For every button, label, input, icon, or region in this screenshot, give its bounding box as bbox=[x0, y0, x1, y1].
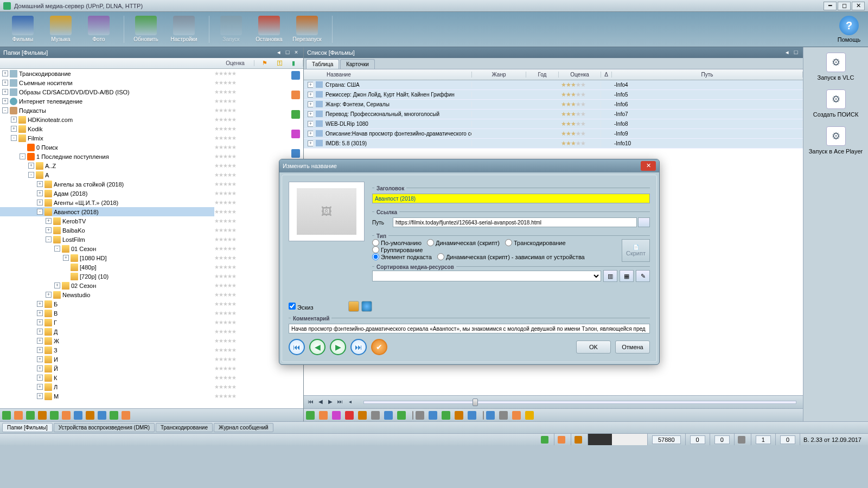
tab-cards[interactable]: Карточки bbox=[340, 59, 375, 69]
tree-item[interactable]: +Ангелы за стойкой (2018) bbox=[0, 179, 214, 189]
minimize-button[interactable]: ━ bbox=[824, 2, 837, 10]
tree-item[interactable]: +Транскодирование bbox=[0, 69, 214, 78]
tree-item[interactable]: +Newstudio bbox=[0, 290, 214, 299]
expand-icon[interactable]: + bbox=[63, 255, 69, 261]
help-button[interactable]: ? Помощь bbox=[835, 16, 863, 43]
tree-item[interactable]: +К bbox=[0, 373, 214, 382]
action-icon[interactable] bbox=[371, 411, 380, 420]
action-icon[interactable] bbox=[319, 411, 328, 420]
action-icon[interactable] bbox=[486, 411, 495, 420]
tab-table[interactable]: Таблица bbox=[306, 59, 339, 69]
nav-first-button[interactable]: ⏮ bbox=[289, 339, 305, 355]
tree-item[interactable]: +A..Z bbox=[0, 161, 214, 170]
action-icon[interactable] bbox=[442, 411, 450, 420]
expand-icon[interactable]: + bbox=[2, 98, 8, 104]
tree-item[interactable]: -А bbox=[0, 170, 214, 179]
tree-item[interactable]: [480p] bbox=[0, 262, 214, 272]
tree-item[interactable]: +Адам (2018) bbox=[0, 189, 214, 198]
tree-item[interactable]: -1 Последние поступления bbox=[0, 152, 214, 161]
action-icon[interactable] bbox=[332, 411, 341, 420]
toolbar-Обновить[interactable]: Обновить bbox=[129, 16, 163, 43]
action-icon[interactable] bbox=[358, 411, 367, 420]
nav-prev-button[interactable]: ◀ bbox=[309, 339, 326, 355]
tree-item[interactable]: +Й bbox=[0, 364, 214, 373]
toolbar-Музыка[interactable]: Музыка bbox=[43, 16, 78, 43]
toolbar-Настройки[interactable]: Настройки bbox=[167, 16, 201, 43]
path-input[interactable] bbox=[393, 217, 637, 227]
tree-item[interactable]: -Аванпост (2018) bbox=[0, 207, 214, 216]
expand-icon[interactable]: + bbox=[46, 218, 52, 224]
type-dynscript-radio[interactable]: Динамическая (скрипт) bbox=[427, 239, 500, 246]
nav-first-icon[interactable]: ⏮ bbox=[307, 399, 315, 406]
scroll-track[interactable] bbox=[363, 401, 796, 404]
tree-item[interactable]: -Filmix bbox=[0, 133, 214, 143]
tree-item[interactable]: +Л bbox=[0, 382, 214, 391]
script-button[interactable]: 📄Скрипт bbox=[622, 239, 650, 262]
tree-item[interactable]: -01 Сезон bbox=[0, 244, 214, 253]
grid-row[interactable]: +Режиссер: Джон Лойд, Курт Найт, Кайнен … bbox=[304, 90, 803, 100]
tree-item[interactable]: +И bbox=[0, 355, 214, 364]
type-podcast-radio[interactable]: Элемент подкаста bbox=[372, 253, 432, 260]
thumbnail-checkbox[interactable]: Эскиз bbox=[289, 303, 313, 311]
expand-icon[interactable]: + bbox=[37, 347, 43, 353]
ok-button[interactable]: OK bbox=[576, 341, 611, 354]
tool-icon[interactable] bbox=[86, 411, 94, 420]
expand-icon[interactable]: + bbox=[37, 329, 43, 335]
bottom-tab[interactable]: Устройства воспроизведения (DMR) bbox=[54, 423, 155, 432]
key-icon[interactable]: ⚿ bbox=[277, 60, 283, 67]
folder-tree[interactable]: +Транскодирование+Съемные носители+Образ… bbox=[0, 69, 303, 408]
scroll-thumb[interactable] bbox=[473, 399, 478, 406]
expand-icon[interactable]: + bbox=[37, 319, 43, 325]
tree-item[interactable]: 0 Поиск bbox=[0, 143, 214, 152]
tree-item[interactable]: +Интернет телевидение bbox=[0, 97, 214, 106]
strip-icon[interactable] bbox=[291, 71, 300, 80]
pane-prev-icon[interactable]: ◂ bbox=[783, 49, 791, 56]
action-icon[interactable] bbox=[397, 411, 406, 420]
tree-item[interactable]: +Kodik bbox=[0, 124, 214, 133]
grid-row[interactable]: +Описание:Начав просмотр фэнтезийно-драм… bbox=[304, 129, 803, 139]
side-action[interactable]: Создать ПОИСК bbox=[803, 89, 868, 118]
tool-icon[interactable] bbox=[74, 411, 82, 420]
imdb-icon[interactable] bbox=[525, 411, 534, 420]
nav-next-icon[interactable]: ▶ bbox=[326, 399, 335, 406]
nav-prev-icon[interactable]: ◀ bbox=[316, 399, 325, 406]
bottom-tab[interactable]: Папки [Фильмы] bbox=[2, 423, 53, 432]
expand-icon[interactable]: + bbox=[37, 375, 43, 381]
expand-icon[interactable]: + bbox=[11, 117, 17, 123]
toolbar-Фото[interactable]: Фото bbox=[81, 16, 116, 43]
pane-pin-icon[interactable]: □ bbox=[284, 49, 291, 56]
close-button[interactable]: ✕ bbox=[852, 2, 865, 10]
tool-icon[interactable] bbox=[62, 411, 71, 420]
tree-item[interactable]: +В bbox=[0, 309, 214, 318]
tree-item[interactable]: +BaibaKo bbox=[0, 226, 214, 235]
expand-icon[interactable]: + bbox=[46, 292, 52, 298]
expand-icon[interactable]: + bbox=[37, 338, 43, 344]
tree-item[interactable]: +Образы CD/SACD/DVD/DVD-A/BD (ISO) bbox=[0, 87, 214, 97]
nav-back-icon[interactable]: ◂ bbox=[346, 399, 354, 406]
expand-icon[interactable]: + bbox=[46, 227, 52, 233]
grid-row[interactable]: +IMDB: 5.8 (3019)★★★★★-Info10 bbox=[304, 139, 803, 149]
expand-icon[interactable]: + bbox=[28, 163, 34, 169]
action-icon[interactable] bbox=[416, 411, 424, 420]
tree-item[interactable]: +Съемные носители bbox=[0, 78, 214, 87]
grid-row[interactable]: +Жанр: Фэнтези, Сериалы★★★★★-Info6 bbox=[304, 100, 803, 110]
expand-icon[interactable]: - bbox=[11, 135, 17, 141]
maximize-button[interactable]: ◻ bbox=[838, 2, 851, 10]
expand-icon[interactable]: + bbox=[54, 282, 60, 288]
pane-close-icon[interactable]: × bbox=[292, 49, 300, 56]
comment-input[interactable] bbox=[289, 324, 650, 333]
tree-item[interactable]: +02 Сезон bbox=[0, 281, 214, 290]
grid-row[interactable]: +Страна: США★★★★★-Info4 bbox=[304, 80, 803, 90]
strip-icon[interactable] bbox=[291, 149, 300, 158]
tool-icon[interactable] bbox=[2, 411, 11, 420]
action-icon[interactable] bbox=[455, 411, 463, 420]
tree-item[interactable]: +HDKinoteatr.com bbox=[0, 115, 214, 124]
filter-icon[interactable]: ⚑ bbox=[262, 60, 267, 67]
type-default-radio[interactable]: По-умолчанию bbox=[372, 239, 422, 246]
title-input[interactable] bbox=[372, 194, 650, 203]
tree-item[interactable]: +KerobTV bbox=[0, 216, 214, 226]
sort-btn2[interactable]: ▦ bbox=[620, 270, 634, 282]
sort-select[interactable] bbox=[372, 271, 601, 281]
nav-next-button[interactable]: ▶ bbox=[330, 339, 346, 355]
toolbar-Остановка[interactable]: Остановка bbox=[252, 16, 286, 43]
